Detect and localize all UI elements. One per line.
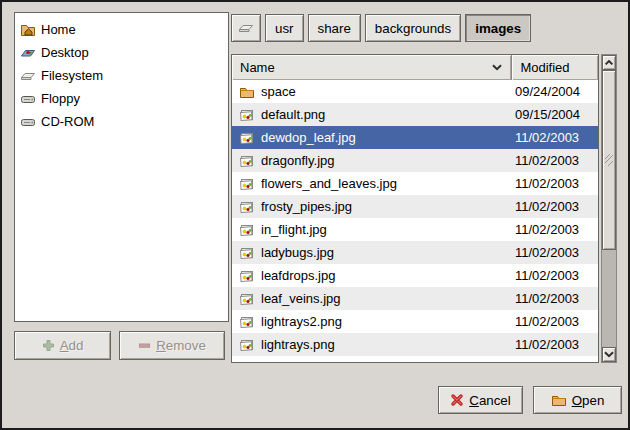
file-row[interactable]: dragonfly.jpg 11/02/2003 bbox=[232, 149, 598, 172]
scroll-up-button[interactable] bbox=[602, 55, 616, 70]
file-list: Name Modified space 09/24/2004 default.p… bbox=[231, 54, 599, 363]
file-row[interactable]: ladybugs.jpg 11/02/2003 bbox=[232, 241, 598, 264]
image-file-icon bbox=[239, 153, 255, 169]
path-button-images-current[interactable]: images bbox=[465, 14, 531, 42]
image-file-icon bbox=[239, 268, 255, 284]
file-row[interactable]: default.png 09/15/2004 bbox=[232, 103, 598, 126]
scrollbar-thumb[interactable] bbox=[602, 70, 616, 250]
desktop-icon bbox=[20, 45, 36, 61]
path-button-backgrounds[interactable]: backgrounds bbox=[365, 14, 461, 42]
file-row[interactable]: in_flight.jpg 11/02/2003 bbox=[232, 218, 598, 241]
path-button-filesystem[interactable] bbox=[231, 14, 261, 42]
image-file-icon bbox=[239, 199, 255, 215]
disk-icon bbox=[238, 20, 254, 36]
path-bar: usr share backgrounds images bbox=[231, 14, 531, 42]
sidebar-item-desktop[interactable]: Desktop bbox=[15, 41, 228, 64]
chevron-down-icon bbox=[603, 351, 615, 358]
sidebar-item-label: Floppy bbox=[41, 91, 80, 106]
grip-icon bbox=[604, 154, 614, 166]
drive-icon bbox=[20, 91, 36, 107]
file-row-selected[interactable]: dewdop_leaf.jpg 11/02/2003 bbox=[232, 126, 598, 149]
image-file-icon bbox=[239, 337, 255, 353]
minus-icon bbox=[138, 339, 151, 352]
plus-icon bbox=[42, 339, 55, 352]
sidebar-item-filesystem[interactable]: Filesystem bbox=[15, 64, 228, 87]
sidebar-item-label: Home bbox=[41, 22, 76, 37]
close-x-icon bbox=[450, 393, 464, 407]
sidebar-item-cdrom[interactable]: CD-ROM bbox=[15, 110, 228, 133]
file-row[interactable]: leaf_veins.jpg 11/02/2003 bbox=[232, 287, 598, 310]
remove-button-label: Remove bbox=[156, 338, 206, 353]
image-file-icon bbox=[239, 314, 255, 330]
sidebar-item-label: CD-ROM bbox=[41, 114, 94, 129]
column-header-name[interactable]: Name bbox=[232, 55, 512, 80]
remove-button[interactable]: Remove bbox=[119, 331, 225, 360]
disk-icon bbox=[20, 68, 36, 84]
sort-indicator-chevron-down-icon bbox=[491, 64, 503, 71]
file-row[interactable]: frosty_pipes.jpg 11/02/2003 bbox=[232, 195, 598, 218]
file-row[interactable]: lightrays2.png 11/02/2003 bbox=[232, 310, 598, 333]
open-button-label: Open bbox=[572, 393, 605, 408]
image-file-icon bbox=[239, 176, 255, 192]
vertical-scrollbar[interactable] bbox=[601, 54, 617, 363]
image-file-icon bbox=[239, 130, 255, 146]
sidebar-item-label: Desktop bbox=[41, 45, 89, 60]
add-button-label: Add bbox=[60, 338, 84, 353]
chevron-up-icon bbox=[604, 60, 614, 66]
file-chooser-dialog: Home Desktop Filesystem Floppy CD-ROM Ad… bbox=[0, 0, 630, 430]
list-header: Name Modified bbox=[232, 55, 598, 80]
file-row[interactable]: leafdrops.jpg 11/02/2003 bbox=[232, 264, 598, 287]
file-rows: space 09/24/2004 default.png 09/15/2004 … bbox=[232, 80, 598, 362]
cancel-button[interactable]: Cancel bbox=[438, 386, 523, 414]
image-file-icon bbox=[239, 245, 255, 261]
open-button[interactable]: Open bbox=[533, 386, 622, 414]
path-button-share[interactable]: share bbox=[308, 14, 361, 42]
places-sidebar: Home Desktop Filesystem Floppy CD-ROM bbox=[14, 12, 229, 322]
add-button[interactable]: Add bbox=[14, 331, 111, 360]
cancel-button-label: Cancel bbox=[469, 393, 511, 408]
home-folder-icon bbox=[20, 22, 36, 38]
file-row[interactable]: flowers_and_leaves.jpg 11/02/2003 bbox=[232, 172, 598, 195]
sidebar-item-floppy[interactable]: Floppy bbox=[15, 87, 228, 110]
sidebar-item-home[interactable]: Home bbox=[15, 18, 228, 41]
path-button-usr[interactable]: usr bbox=[265, 14, 304, 42]
image-file-icon bbox=[239, 107, 255, 123]
sidebar-item-label: Filesystem bbox=[41, 68, 103, 83]
folder-icon bbox=[551, 392, 567, 408]
file-row[interactable]: lightrays.png 11/02/2003 bbox=[232, 333, 598, 356]
file-row[interactable]: space 09/24/2004 bbox=[232, 80, 598, 103]
column-header-modified[interactable]: Modified bbox=[512, 55, 598, 80]
folder-icon bbox=[239, 84, 255, 100]
drive-icon bbox=[20, 114, 36, 130]
image-file-icon bbox=[239, 291, 255, 307]
image-file-icon bbox=[239, 222, 255, 238]
scroll-down-button[interactable] bbox=[602, 347, 616, 362]
